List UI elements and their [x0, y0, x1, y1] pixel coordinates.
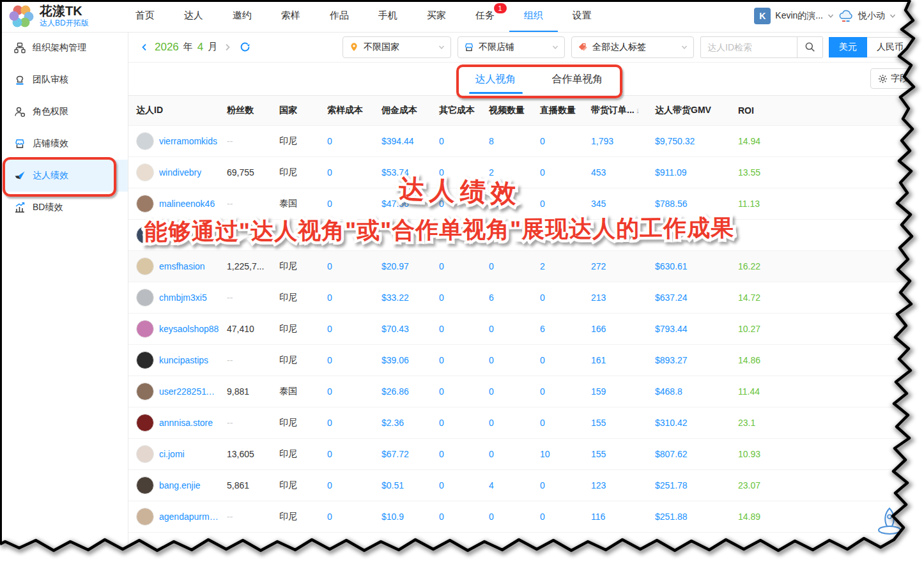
search-button[interactable]	[797, 37, 822, 57]
col-commission-cost: 佣金成本	[374, 96, 431, 126]
table-row[interactable]: malineenok46 -- 泰国 0 $47.56 0 13 0 345 $…	[128, 188, 924, 220]
prev-month-button[interactable]	[139, 42, 150, 53]
view-tab[interactable]: 合作单视角	[552, 63, 603, 95]
sidebar-item-org-structure[interactable]: 组织架构管理	[0, 32, 128, 64]
fans-cell: 9,881	[219, 376, 272, 407]
roi-cell: 10.27	[730, 314, 924, 345]
workspace-name[interactable]: 悦小动	[858, 10, 885, 22]
filter-group: 不限国家 不限店铺	[343, 36, 914, 58]
nav-item[interactable]: 买家	[412, 0, 461, 32]
user-avatar[interactable]: K	[754, 8, 771, 24]
creator-id-link[interactable]: agendapurmu...	[159, 512, 219, 522]
creator-id-link[interactable]: windivebry	[159, 167, 201, 178]
live-count-cell: 0	[532, 376, 583, 407]
orders-cell: 166	[583, 314, 647, 345]
refresh-button[interactable]	[238, 40, 252, 54]
nav-item[interactable]: 索样	[266, 0, 315, 32]
live-count-cell: 2	[532, 251, 583, 282]
col-orders[interactable]: 带货订单...↓	[583, 96, 647, 126]
table-row[interactable]	[128, 220, 924, 251]
nav-item[interactable]: 作品	[315, 0, 364, 32]
commission-cost-cell: $70.43	[374, 314, 431, 345]
creator-id-link[interactable]: user22825117...	[159, 386, 219, 397]
creator-id-link[interactable]: malineenok46	[159, 199, 215, 209]
app-title: 花漾TK	[40, 4, 89, 18]
creator-id-link[interactable]: ci.jomi	[159, 449, 185, 459]
nav-item[interactable]: 任务 1	[461, 0, 509, 32]
creator-id-link[interactable]: keysaolshop88	[159, 324, 219, 334]
creator-performance-table: 达人ID 粉丝数 国家 索样成本 佣金成本 其它成本 视频数量 直播数量 带货订…	[128, 96, 924, 533]
currency-toggle: 美元 人民币	[829, 37, 914, 57]
search-input[interactable]	[701, 37, 797, 57]
creator-id-link[interactable]: chmbjm3xi5	[159, 292, 207, 303]
role-permission-icon	[14, 106, 26, 118]
table-row[interactable]: ci.jomi 13,605 印尼 0 $67.72 0 0 10 155 $8…	[128, 439, 924, 470]
nav-item[interactable]: 达人	[169, 0, 218, 32]
country-cell: 印尼	[272, 345, 320, 376]
roi-cell: 14.86	[730, 345, 924, 376]
commission-cost-cell: $394.44	[374, 126, 431, 157]
table-row[interactable]: keysaolshop88 47,410 印尼 0 $70.43 0 0 6 1…	[128, 314, 924, 345]
sample-cost-cell: 0	[320, 439, 374, 470]
creator-id-link[interactable]: kuncipastips	[159, 355, 208, 365]
table-row[interactable]: kuncipastips -- 印尼 0 $39.06 0 0 0 161 $8…	[128, 345, 924, 376]
table-row[interactable]: vierramomkids -- 印尼 0 $394.44 0 8 0 1,79…	[128, 126, 924, 157]
back-to-top-icon[interactable]	[874, 505, 905, 538]
table-row[interactable]: user22825117... 9,881 泰国 0 $26.86 0 0 0 …	[128, 376, 924, 407]
nav-item[interactable]: 设置	[558, 0, 606, 32]
fans-cell: --	[219, 501, 272, 533]
sidebar-item-team-audit[interactable]: 团队审核	[0, 64, 128, 96]
next-month-button[interactable]	[222, 42, 233, 53]
sample-cost-cell: 0	[320, 157, 374, 188]
live-count-cell: 10	[532, 439, 583, 470]
nav-item[interactable]: 组织	[509, 0, 558, 32]
creator-id-link[interactable]: emsfhasion	[159, 261, 205, 271]
table-row[interactable]: windivebry 69,755 印尼 0 $53.74 0 2 0 453 …	[128, 157, 924, 188]
sidebar-item-role-permission[interactable]: 角色权限	[0, 96, 128, 128]
sidebar-item-bd-performance[interactable]: BD绩效	[0, 192, 128, 224]
other-cost-cell: 0	[431, 282, 481, 314]
currency-option-button[interactable]: 人民币	[866, 37, 914, 57]
chevron-down-icon[interactable]	[828, 13, 834, 19]
gmv-cell: $637.24	[647, 282, 730, 314]
chevron-down-icon[interactable]	[889, 13, 896, 19]
fans-cell: 47,410	[219, 314, 272, 345]
video-count-cell: 0	[481, 314, 532, 345]
commission-cost-cell: $47.56	[374, 188, 431, 220]
nav-item[interactable]: 邀约	[218, 0, 266, 32]
sidebar-item-creator-performance[interactable]: 达人绩效	[0, 160, 128, 192]
creator-id-link[interactable]: bang.enjie	[159, 480, 201, 490]
creator-tag-filter-select[interactable]: 全部达人标签	[571, 36, 694, 58]
gmv-cell: $788.56	[647, 188, 730, 220]
nav-item[interactable]: 首页	[121, 0, 169, 32]
table-row[interactable]: annnisa.store -- 印尼 0 $2.36 0 0 0 155 $3…	[128, 407, 924, 439]
col-live-count: 直播数量	[532, 96, 583, 126]
table-row[interactable]: emsfhasion 1,225,7... 印尼 0 $20.97 0 0 2 …	[128, 251, 924, 282]
table-row[interactable]: chmbjm3xi5 -- 印尼 0 $33.22 0 6 0 213 $637…	[128, 282, 924, 314]
app-header: 花漾TK 达人BD开拓版 首页 达人 邀约 索样 作品	[0, 0, 924, 33]
chevron-down-icon	[552, 44, 558, 50]
shop-filter-select[interactable]: 不限店铺	[458, 36, 565, 58]
month-value: 4	[197, 41, 203, 54]
creator-avatar	[136, 508, 154, 526]
account-name[interactable]: Kevin的演...	[775, 10, 823, 22]
creator-id-link[interactable]: vierramomkids	[159, 136, 217, 146]
country-filter-select[interactable]: 不限国家	[343, 36, 451, 58]
nav-item[interactable]: 手机	[364, 0, 412, 32]
other-cost-cell: 0	[431, 501, 481, 533]
table-row[interactable]: bang.enjie 5,861 印尼 0 $0.51 0 4 0 123 $2…	[128, 470, 924, 501]
sample-cost-cell: 0	[320, 501, 374, 533]
fields-config-button[interactable]: 字段	[870, 68, 916, 89]
creator-id-link[interactable]: annnisa.store	[159, 418, 213, 428]
table-row[interactable]: agendapurmu... -- 印尼 0 $10.9 0 0 0 116 $…	[128, 501, 924, 533]
video-count-cell	[481, 220, 532, 251]
orders-cell: 213	[583, 282, 647, 314]
chevron-down-icon	[681, 44, 688, 50]
cloud-workspace-icon	[838, 9, 854, 23]
view-tab[interactable]: 达人视角	[475, 63, 516, 95]
commission-cost-cell: $10.9	[374, 501, 431, 533]
sidebar-item-shop-performance[interactable]: 店铺绩效	[0, 128, 128, 160]
col-video-count: 视频数量	[481, 96, 532, 126]
currency-option-button[interactable]: 美元	[829, 37, 867, 57]
toolbar: 2026 年 4 月	[128, 32, 924, 63]
